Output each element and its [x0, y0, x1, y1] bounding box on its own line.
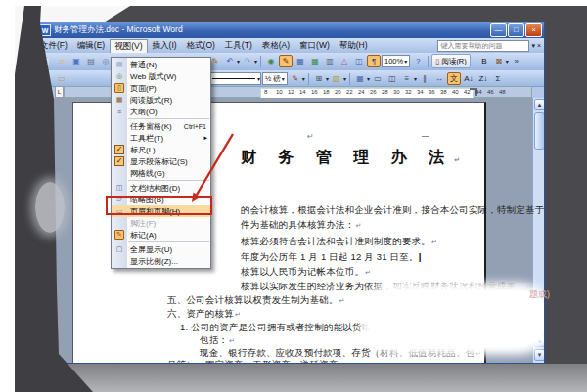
drawing-button[interactable]: △	[338, 55, 351, 67]
chevron-down-icon[interactable]: ▾	[326, 75, 329, 82]
eraser-button[interactable]: ▭	[55, 72, 68, 85]
menu-item-任务窗格K[interactable]: 任务窗格(K)Ctrl+F1	[112, 120, 210, 132]
insert-table-menu-button[interactable]: ▦	[353, 72, 367, 85]
minimize-button[interactable]: —	[490, 23, 507, 37]
cell-alignment-button[interactable]: ≡	[400, 72, 414, 85]
sort-descending-button[interactable]: Z↓	[476, 72, 490, 85]
help-dropdown-icon[interactable]: ▾	[531, 42, 535, 50]
menubar-item-插入I[interactable]: 插入(I)	[148, 39, 182, 53]
menubar-item-视图V[interactable]: 视图(V)	[110, 39, 147, 54]
autofit-button[interactable]: ↔	[432, 72, 446, 85]
undo-button[interactable]: ↶	[223, 55, 237, 67]
shading-color-button[interactable]: ▨	[330, 72, 343, 85]
chevron-down-icon[interactable]: ▾	[506, 58, 509, 65]
save-button[interactable]: ▣	[69, 55, 83, 67]
menu-item-文档结构图D[interactable]: ◫文档结构图(D)	[112, 182, 210, 194]
menubar-item-编辑E[interactable]: 编辑(E)	[72, 39, 110, 53]
show-hide-marks-button[interactable]: ¶	[367, 55, 381, 67]
menubar-item-工具T[interactable]: 工具(T)	[220, 39, 257, 53]
autosum-button[interactable]: Σ	[491, 72, 505, 85]
open-button[interactable]: ▱	[55, 55, 68, 67]
menu-item-label: 脚注(F)	[130, 218, 156, 229]
menu-item-网格线G[interactable]: 网格线(G)	[112, 167, 210, 179]
zoom-control[interactable]: 100%▾	[382, 55, 410, 67]
menu-item-标记A[interactable]: ✎标记(A)	[112, 229, 210, 240]
menu-item-全屏显示U[interactable]: ▢全屏显示(U)	[112, 243, 210, 255]
paragraph-mark: ↵	[339, 297, 345, 304]
paragraph-mark: ↵	[235, 311, 241, 318]
format-painter-icon: ✎	[212, 57, 219, 65]
menu-item-大纲O[interactable]: ≡大纲(O)	[112, 106, 210, 117]
distribute-rows-button[interactable]: ∥	[418, 72, 431, 85]
header-footer-icon: ▭	[114, 206, 124, 216]
menu-item-缩略图B[interactable]: ▱缩略图(B)	[112, 194, 210, 205]
menu-item-普通N[interactable]: ▤普通(N)	[112, 59, 210, 70]
line-style-dropdown[interactable]: ▾	[208, 72, 261, 85]
chevron-down-icon[interactable]: ▾	[414, 75, 417, 82]
standard-toolbar-left: ▯▱▣▤◎	[40, 54, 113, 68]
bold-button[interactable]: B	[477, 55, 491, 67]
line-text: 品等）、固定资产、无形资产、递延资产。	[167, 359, 347, 364]
chevron-down-icon[interactable]: ▾	[343, 75, 346, 82]
menu-item-页面P[interactable]: ▯页面(P)	[112, 82, 210, 94]
outside-border-button[interactable]: ⊞	[312, 72, 326, 85]
text-direction-button[interactable]: 文	[447, 72, 461, 85]
menubar-item-窗口W[interactable]: 窗口(W)	[294, 39, 335, 53]
restore-button[interactable]: □	[508, 23, 524, 37]
columns-button[interactable]: ▥	[323, 55, 337, 67]
print-button[interactable]: ▤	[84, 55, 98, 67]
insert-excel-button[interactable]: ▦	[308, 55, 322, 67]
chevron-down-icon[interactable]: ▾	[237, 58, 240, 65]
line-text: 年度为公历年 1 月 1 日起 12 月 31 日至。	[241, 251, 419, 262]
hruler-number: 20	[335, 89, 341, 95]
help-question-input[interactable]: 键入需要帮助的问题	[437, 40, 529, 52]
menu-item-工具栏T[interactable]: 工具栏(T)▸	[112, 132, 210, 144]
menubar-item-帮助H[interactable]: 帮助(H)	[335, 39, 373, 53]
help-close-icon[interactable]: ×	[537, 42, 541, 49]
menu-item-label: 标记(A)	[130, 230, 157, 240]
menubar-item-表格A[interactable]: 表格(A)	[257, 39, 294, 53]
chevron-down-icon: ▾	[257, 75, 260, 82]
tables-and-borders-icon: ✎	[283, 57, 290, 65]
merge-cells-button[interactable]: ▭	[371, 72, 384, 85]
close-button[interactable]: ×	[525, 23, 542, 37]
chevron-down-icon[interactable]: ▾	[254, 58, 257, 65]
read-mode-button[interactable]: ▯阅读(R)	[431, 54, 471, 68]
document-text-line: 的会计核算，根据会计法和企业会计准则，接合本公司实际，特制定基于↵	[241, 204, 545, 217]
document-map-button[interactable]: ◫	[352, 55, 366, 67]
menu-item-标尺L[interactable]: ✓标尺(L)	[112, 144, 210, 155]
scrollbar-thumb[interactable]	[534, 112, 545, 150]
menubar-item-格式O[interactable]: 格式(O)	[182, 39, 220, 53]
chevron-down-icon[interactable]: ▾	[302, 75, 305, 82]
tab-selector[interactable]: L	[55, 86, 64, 98]
chevron-down-icon[interactable]: ▾	[367, 75, 370, 82]
tables-and-borders-button[interactable]: ✎	[279, 55, 293, 67]
line-style-preview	[212, 78, 255, 79]
menu-item-页眉和页脚H[interactable]: ▭页眉和页脚(H)	[112, 205, 210, 217]
menu-item-显示比例Z[interactable]: 显示比例(Z)...	[112, 255, 210, 267]
document-text-line: 品等）、固定资产、无形资产、递延资产。↵	[167, 359, 354, 364]
menu-item-显示段落标记S[interactable]: ✓显示段落标记(S)	[112, 155, 210, 167]
insert-table-button[interactable]: ▦	[294, 55, 307, 67]
scroll-up-button[interactable]: ▲	[534, 99, 545, 110]
next-page-button[interactable]: ▼	[534, 349, 545, 361]
standard-toolbar-right: ✎↶▾↷▾◉✎▦▦▥△◫¶100%▾?▯阅读(R)B⊠▾»	[208, 54, 523, 68]
menu-item-阅读版式R[interactable]: ▦阅读版式(R)	[112, 94, 210, 106]
line-weight-dropdown[interactable]: ½ 磅▾	[262, 72, 288, 85]
border-color-button[interactable]: ✎	[289, 72, 302, 85]
toolbar-separator	[474, 56, 474, 67]
menu-item-Web 版式W[interactable]: ◎Web 版式(W)	[112, 70, 210, 82]
menu-item-label: 任务窗格(K)	[130, 121, 172, 132]
ink-annotation-button[interactable]: ⊠	[492, 55, 506, 67]
help-button[interactable]: ?	[411, 55, 425, 67]
toolbar-overflow-button[interactable]: »	[510, 55, 523, 67]
chevron-down-icon: ▾	[282, 75, 285, 82]
hruler-number: 48	[499, 89, 506, 95]
sort-ascending-button[interactable]: A↓	[462, 72, 475, 85]
insert-hyperlink-button[interactable]: ◉	[264, 55, 278, 67]
tables-toolbar-right: ▾½ 磅▾✎▾⊞▾▨▾▦▾▭◫≡▾∥↔文A↓Z↓Σ	[208, 71, 505, 86]
line-text: 六、资产的核算	[167, 308, 234, 319]
toolbar-separator	[349, 73, 350, 85]
split-cells-button[interactable]: ◫	[385, 72, 399, 85]
redo-button[interactable]: ↷	[241, 55, 254, 67]
